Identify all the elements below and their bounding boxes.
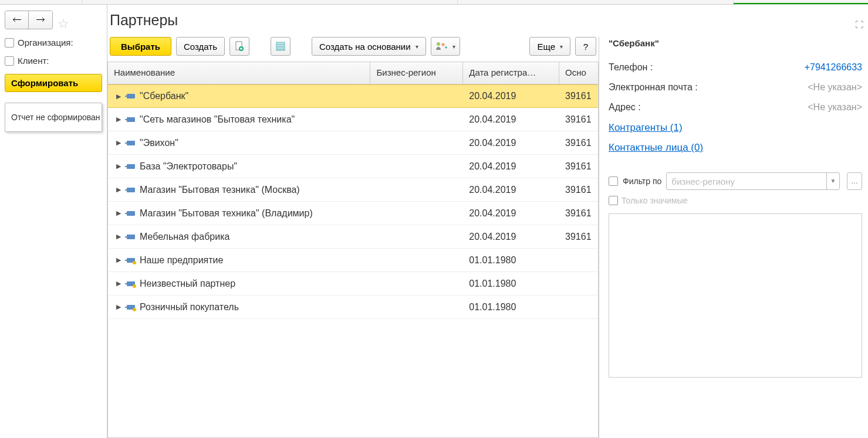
cell-date: 01.01.1980 bbox=[463, 255, 559, 266]
people-dropdown-button[interactable] bbox=[431, 37, 460, 56]
cell-base: 39161 bbox=[559, 185, 598, 195]
client-label: Клиент: bbox=[18, 56, 49, 66]
help-button[interactable]: ? bbox=[575, 37, 596, 56]
list-view-button[interactable] bbox=[271, 37, 291, 56]
cell-name: ▶Мебельная фабрика bbox=[108, 232, 370, 242]
partner-item-icon bbox=[127, 164, 135, 169]
business-region-placeholder: бизнес-региону bbox=[667, 176, 826, 186]
cell-date: 20.04.2019 bbox=[463, 91, 559, 101]
cell-date: 01.01.1980 bbox=[463, 302, 559, 313]
tree-expand-icon[interactable]: ▶ bbox=[116, 93, 122, 100]
partner-name: "Сеть магазинов "Бытовая техника" bbox=[140, 114, 295, 125]
only-significant-label: Только значимые bbox=[622, 196, 688, 205]
main-panel: Партнеры ⛶ Выбрать Создать Создать на ос… bbox=[107, 5, 868, 438]
partner-name: Наше предприятие bbox=[140, 255, 223, 266]
phone-value[interactable]: +7941266633 bbox=[805, 62, 862, 73]
partner-item-icon bbox=[127, 188, 135, 192]
select-button[interactable]: Выбрать bbox=[110, 37, 171, 56]
table-row[interactable]: ▶Магазин "Бытовая тезника" (Москва)20.04… bbox=[108, 178, 598, 202]
table-row[interactable]: ▶Наше предприятие01.01.1980 bbox=[108, 249, 598, 272]
tree-expand-icon[interactable]: ▶ bbox=[116, 209, 122, 217]
nav-forward-button[interactable]: 🡒 bbox=[29, 11, 52, 29]
cell-date: 20.04.2019 bbox=[463, 208, 559, 219]
cell-date: 20.04.2019 bbox=[463, 138, 559, 148]
cell-base: 39161 bbox=[559, 208, 598, 219]
only-significant-checkbox[interactable] bbox=[609, 196, 618, 205]
cell-date: 01.01.1980 bbox=[463, 279, 559, 289]
partner-name: Розничный покупатель bbox=[140, 302, 239, 313]
partner-name: Магазин "Бытовая техника" (Владимир) bbox=[140, 208, 313, 219]
cell-date: 20.04.2019 bbox=[463, 114, 559, 125]
create-based-on-button[interactable]: Создать на основании bbox=[312, 37, 426, 56]
partners-table-area: Выбрать Создать Создать на основании bbox=[107, 37, 599, 438]
filter-by-block: Фильтр по бизнес-региону ▼ ... bbox=[609, 172, 862, 190]
svg-point-7 bbox=[442, 43, 445, 46]
create-button[interactable]: Создать bbox=[176, 37, 225, 56]
cell-name: ▶"Сеть магазинов "Бытовая техника" bbox=[108, 114, 370, 125]
client-filter: Клиент: bbox=[5, 56, 102, 66]
chevron-down-icon[interactable]: ▼ bbox=[826, 173, 839, 189]
tree-expand-icon[interactable]: ▶ bbox=[116, 116, 122, 123]
email-value: <Не указан> bbox=[808, 82, 862, 93]
favorite-star-icon[interactable]: ☆ bbox=[58, 16, 69, 32]
cell-base: 39161 bbox=[559, 138, 598, 148]
table-row[interactable]: ▶Розничный покупатель01.01.1980 bbox=[108, 296, 598, 319]
tree-expand-icon[interactable]: ▶ bbox=[116, 280, 122, 287]
partner-item-icon bbox=[127, 94, 135, 99]
table-row[interactable]: ▶Магазин "Бытовая техника" (Владимир)20.… bbox=[108, 202, 598, 225]
partner-item-icon bbox=[127, 141, 135, 145]
partner-name: Неизвестный партнер bbox=[140, 279, 235, 289]
cell-base: 39161 bbox=[559, 161, 598, 172]
tree-expand-icon[interactable]: ▶ bbox=[116, 233, 122, 240]
business-region-select[interactable]: бизнес-региону ▼ bbox=[666, 172, 840, 190]
organization-checkbox[interactable] bbox=[5, 38, 14, 47]
tree-expand-icon[interactable]: ▶ bbox=[116, 186, 122, 193]
more-actions-button[interactable]: Еще bbox=[529, 37, 570, 56]
tree-expand-icon[interactable]: ▶ bbox=[116, 256, 122, 264]
phone-label: Телефон : bbox=[609, 62, 653, 73]
partner-item-icon bbox=[127, 117, 135, 122]
detail-content-box bbox=[609, 213, 862, 378]
cell-date: 20.04.2019 bbox=[463, 185, 559, 195]
counterparties-link[interactable]: Контрагенты (1) bbox=[609, 122, 683, 134]
page-title: Партнеры bbox=[107, 12, 178, 37]
address-label: Адрес : bbox=[609, 102, 641, 113]
partner-name: "Сбербанк" bbox=[140, 91, 188, 101]
organization-label: Организация: bbox=[18, 38, 73, 47]
cell-name: ▶Неизвестный партнер bbox=[108, 279, 370, 289]
client-checkbox[interactable] bbox=[5, 56, 14, 66]
th-region[interactable]: Бизнес-регион bbox=[370, 62, 463, 84]
th-name[interactable]: Наименование bbox=[108, 62, 370, 84]
table-row[interactable]: ▶"Эвихон"20.04.201939161 bbox=[108, 131, 598, 155]
create-document-button[interactable] bbox=[229, 37, 249, 56]
table-row[interactable]: ▶"Сбербанк"20.04.201939161 bbox=[108, 84, 598, 108]
email-label: Электронная почта : bbox=[609, 82, 698, 93]
tree-expand-icon[interactable]: ▶ bbox=[116, 139, 122, 147]
nav-back-button[interactable]: 🡐 bbox=[5, 11, 29, 29]
generate-report-button[interactable]: Сформировать bbox=[5, 74, 102, 92]
cell-date: 20.04.2019 bbox=[463, 161, 559, 172]
table-body: ▶"Сбербанк"20.04.201939161▶"Сеть магазин… bbox=[108, 84, 598, 319]
detail-panel: "Сбербанк" Телефон : +7941266633 Электро… bbox=[599, 37, 868, 438]
table-row[interactable]: ▶База "Электротовары"20.04.201939161 bbox=[108, 155, 598, 178]
table-row[interactable]: ▶Неизвестный партнер01.01.1980 bbox=[108, 272, 598, 296]
maximize-icon[interactable]: ⛶ bbox=[855, 20, 863, 29]
filter-by-checkbox[interactable] bbox=[609, 176, 618, 186]
new-document-icon bbox=[234, 41, 245, 52]
table-row[interactable]: ▶Мебельная фабрика20.04.201939161 bbox=[108, 225, 598, 249]
select-more-button[interactable]: ... bbox=[847, 172, 862, 190]
th-date[interactable]: Дата регистра… bbox=[463, 62, 559, 84]
contacts-link[interactable]: Контактные лица (0) bbox=[609, 142, 703, 154]
nav-buttons: 🡐 🡒 bbox=[5, 11, 53, 29]
svg-point-6 bbox=[437, 42, 440, 46]
tree-expand-icon[interactable]: ▶ bbox=[116, 162, 122, 170]
partner-item-icon bbox=[127, 258, 135, 263]
report-status-box: Отчет не сформирован bbox=[5, 103, 102, 132]
partners-table: Наименование Бизнес-регион Дата регистра… bbox=[107, 62, 599, 438]
th-base[interactable]: Осно bbox=[559, 62, 598, 84]
table-row[interactable]: ▶"Сеть магазинов "Бытовая техника"20.04.… bbox=[108, 108, 598, 131]
cell-name: ▶"Эвихон" bbox=[108, 138, 370, 148]
list-icon bbox=[275, 41, 286, 52]
cell-base: 39161 bbox=[559, 114, 598, 125]
tree-expand-icon[interactable]: ▶ bbox=[116, 303, 122, 311]
